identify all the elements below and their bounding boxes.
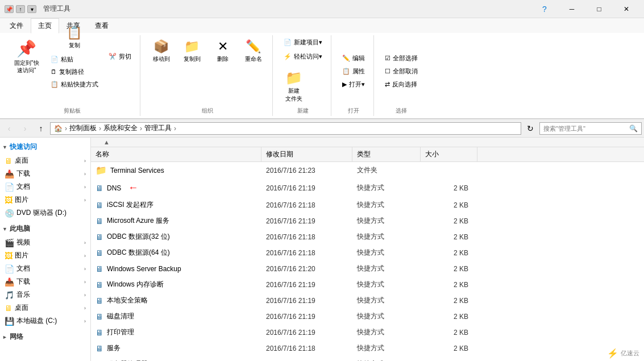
col-header-date[interactable]: 修改日期 xyxy=(261,147,352,161)
cell-date: 2016/7/16 21:19 xyxy=(261,296,352,306)
sidebar-item-docs[interactable]: 📄 文档 › xyxy=(0,180,90,193)
cell-date: 2016/7/16 21:19 xyxy=(261,216,352,226)
col-header-size[interactable]: 大小 xyxy=(421,147,477,161)
shortcut-icon: 🖥 xyxy=(95,201,103,210)
music-label: 音乐 xyxy=(16,290,30,300)
forward-button[interactable]: › xyxy=(18,122,32,135)
cell-name: 🖥 打印管理 xyxy=(91,326,261,338)
copy-button[interactable]: 📋 复制 xyxy=(47,23,102,52)
move-button[interactable]: 📦 移动到 xyxy=(147,36,176,66)
clipboard-label: 剪贴板 xyxy=(64,107,81,115)
sidebar-item-download[interactable]: 📥 下载 › xyxy=(0,167,90,180)
sidebar-item-pc-docs[interactable]: 📄 文档 › xyxy=(0,262,90,275)
dvd-icon: 💿 xyxy=(5,209,14,218)
select-none-button[interactable]: ☐ 全部取消 xyxy=(381,65,422,77)
paste-button[interactable]: 📄 粘贴 xyxy=(47,53,102,65)
shortcut-icon: 🖥 xyxy=(95,344,103,353)
table-row[interactable]: 🖥 磁盘清理 2016/7/16 21:19 快捷方式 2 KB xyxy=(91,309,644,325)
table-row[interactable]: 🖥 Microsoft Azure 服务 2016/7/16 21:19 快捷方… xyxy=(91,213,644,229)
table-row[interactable]: 🖥 DNS ← 2016/7/16 21:19 快捷方式 2 KB xyxy=(91,179,644,197)
copy-path-button[interactable]: 🗒 复制路径 xyxy=(47,66,102,78)
copy-to-button[interactable]: 📁 复制到 xyxy=(178,36,206,66)
title-bar-left: 📌 ↑ ▾ 管理工具 xyxy=(5,4,70,14)
new-item-button[interactable]: 📄 新建项目▾ xyxy=(280,36,326,48)
sidebar-item-pc-desktop[interactable]: 🖥 桌面 › xyxy=(0,301,90,314)
sidebar-item-music[interactable]: 🎵 音乐 › xyxy=(0,288,90,301)
col-header-name[interactable]: 名称 xyxy=(91,147,261,161)
table-row[interactable]: 🖥 ODBC 数据源(64 位) 2016/7/16 21:18 快捷方式 2 … xyxy=(91,245,644,261)
file-name: ODBC 数据源(32 位) xyxy=(107,232,170,242)
rename-button[interactable]: ✏️ 重命名 xyxy=(239,36,268,66)
delete-button[interactable]: ✕ 删除 xyxy=(209,36,237,66)
pin-label: 固定到"快速访问" xyxy=(14,59,39,74)
search-box[interactable]: 🔍 xyxy=(539,122,642,135)
table-row[interactable]: 🖥 服务 2016/7/16 21:18 快捷方式 2 KB xyxy=(91,341,644,356)
select-content: ☑ 全部选择 ☐ 全部取消 ⇄ 反向选择 xyxy=(381,36,422,106)
path-admin-tools[interactable]: 管理工具 xyxy=(144,123,172,133)
select-all-button[interactable]: ☑ 全部选择 xyxy=(381,52,422,64)
path-system-security[interactable]: 系统和安全 xyxy=(103,123,138,133)
pin-button[interactable]: 📌 固定到"快速访问" xyxy=(9,36,44,76)
cell-type: 快捷方式 xyxy=(352,231,421,243)
invert-selection-button[interactable]: ⇄ 反向选择 xyxy=(381,78,421,90)
table-row[interactable]: 🖥 打印管理 2016/7/16 21:19 快捷方式 2 KB xyxy=(91,325,644,341)
up-icon: ↑ xyxy=(16,5,25,13)
table-row[interactable]: 🖥 本地安全策略 2016/7/16 21:19 快捷方式 2 KB xyxy=(91,293,644,309)
table-row[interactable]: 📁 Terminal Services 2016/7/16 21:23 文件夹 xyxy=(91,162,644,179)
sort-row: ▲ xyxy=(91,138,644,147)
path-control-panel[interactable]: 控制面板 xyxy=(69,123,97,133)
cell-name: 🖥 Windows 内存诊断 xyxy=(91,279,261,291)
sidebar-item-local-disk[interactable]: 💾 本地磁盘 (C:) › xyxy=(0,314,90,327)
new-folder-icon: 📁 xyxy=(285,70,302,86)
sidebar-item-pc-pictures[interactable]: 🖼 图片 › xyxy=(0,249,90,262)
up-button[interactable]: ↑ xyxy=(34,122,48,135)
file-name: Terminal Services xyxy=(110,167,164,175)
help-button[interactable]: ? xyxy=(531,1,558,17)
pc-pictures-label: 图片 xyxy=(15,251,28,260)
minimize-button[interactable]: ─ xyxy=(559,1,585,17)
easy-access-button[interactable]: ⚡ 轻松访问▾ xyxy=(280,51,326,63)
properties-button[interactable]: 📋 属性 xyxy=(338,65,369,77)
file-name: Windows Server Backup xyxy=(107,265,181,273)
col-header-type[interactable]: 类型 xyxy=(352,147,421,161)
new-folder-button[interactable]: 📁 新建文件夹 xyxy=(280,67,308,106)
back-button[interactable]: ‹ xyxy=(2,122,16,135)
sidebar-item-videos[interactable]: 🎬 视频 › xyxy=(0,236,90,249)
edit-icon: ✏️ xyxy=(342,55,350,62)
desktop-icon: 🖥 xyxy=(5,156,13,165)
edit-button[interactable]: ✏️ 编辑 xyxy=(338,52,369,64)
table-row[interactable]: 🖥 服务器管理器 2016/7/16 21:19 快捷方式 2 KB xyxy=(91,356,644,361)
sidebar-item-desktop[interactable]: 🖥 桌面 › xyxy=(0,154,90,167)
close-button[interactable]: ✕ xyxy=(613,1,639,17)
paste-shortcut-button[interactable]: 📋 粘贴快捷方式 xyxy=(47,78,102,90)
local-disk-label: 本地磁盘 (C:) xyxy=(16,316,57,326)
quick-access-header[interactable]: ▼ 快速访问 xyxy=(0,140,90,154)
tab-file[interactable]: 文件 xyxy=(2,18,31,33)
cell-size: 2 KB xyxy=(421,312,477,322)
open-button[interactable]: ▶ 打开▾ xyxy=(338,78,369,90)
address-path[interactable]: 🏠 › 控制面板 › 系统和安全 › 管理工具 › xyxy=(50,122,521,135)
search-input[interactable] xyxy=(543,125,627,132)
cell-size: 2 KB xyxy=(421,183,477,193)
desktop-arrow: › xyxy=(84,158,86,164)
main-area: ▼ 快速访问 🖥 桌面 › 📥 下载 › 📄 文档 › 🖼 图片 › 💿 DVD… xyxy=(0,138,644,361)
cell-type: 快捷方式 xyxy=(352,263,421,275)
table-row[interactable]: 🖥 Windows Server Backup 2016/7/16 21:20 … xyxy=(91,261,644,277)
easy-access-icon: ⚡ xyxy=(284,53,292,60)
table-row[interactable]: 🖥 ODBC 数据源(32 位) 2016/7/16 21:18 快捷方式 2 … xyxy=(91,229,644,245)
sidebar-item-pc-download[interactable]: 📥 下载 › xyxy=(0,275,90,288)
sidebar-item-dvd[interactable]: 💿 DVD 驱动器 (D:) xyxy=(0,206,90,219)
network-header[interactable]: ► 网络 xyxy=(0,330,90,344)
download-label: 下载 xyxy=(16,169,30,179)
file-name: Windows 内存诊断 xyxy=(107,280,164,289)
table-row[interactable]: 🖥 iSCSI 发起程序 2016/7/16 21:18 快捷方式 2 KB xyxy=(91,197,644,213)
table-row[interactable]: 🖥 Windows 内存诊断 2016/7/16 21:19 快捷方式 2 KB xyxy=(91,277,644,293)
dvd-label: DVD 驱动器 (D:) xyxy=(16,208,67,218)
pictures-label: 图片 xyxy=(15,195,28,205)
maximize-button[interactable]: □ xyxy=(586,1,612,17)
cut-button[interactable]: ✂️ 剪切 xyxy=(105,51,135,63)
this-pc-header[interactable]: ▼ 此电脑 xyxy=(0,222,90,236)
cell-size: 2 KB xyxy=(421,359,477,362)
refresh-button[interactable]: ↻ xyxy=(523,122,537,135)
sidebar-item-pictures[interactable]: 🖼 图片 › xyxy=(0,193,90,206)
